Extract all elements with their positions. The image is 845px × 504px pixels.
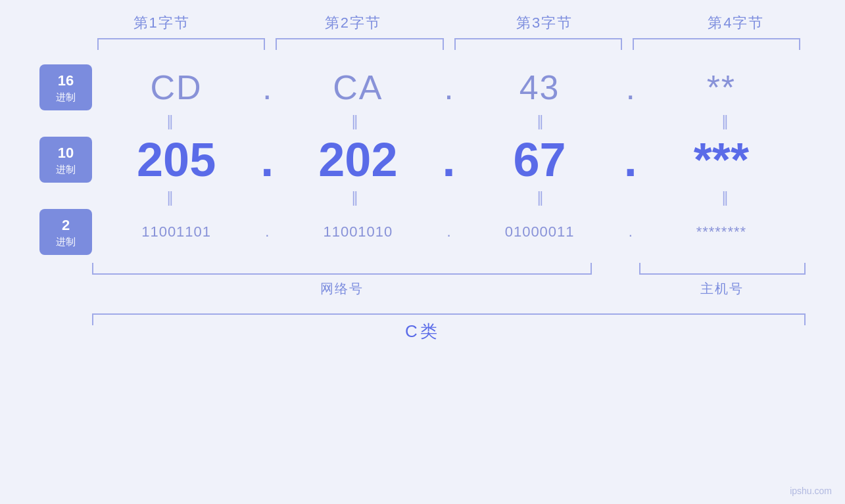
bin-values: 11001101 . 11001010 . 01000011 . *******… [92,223,806,241]
class-bracket-right [804,313,806,325]
equals-1: ‖ [92,113,251,130]
hex-byte-3: 43 [462,68,617,107]
byte-labels-row: 第1字节 第2字节 第3字节 第4字节 [66,13,832,33]
hex-byte-1: CD [99,68,254,107]
equals-dot-2 [436,113,462,130]
equals-8: ‖ [647,189,806,206]
bin-row: 2 进制 11001101 . 11001010 . 01000011 . **… [39,209,806,255]
equals-5: ‖ [92,189,251,206]
dec-byte-2: 202 [280,133,435,187]
equals-6: ‖ [277,189,435,206]
byte-label-4: 第4字节 [640,13,832,33]
network-bracket [92,262,592,275]
bin-byte-4: ******** [644,223,799,241]
dec-byte-3: 67 [462,133,617,187]
bin-byte-3: 01000011 [462,223,617,241]
hex-row: 16 进制 CD . CA . 43 . ** [39,64,806,110]
equals-3: ‖ [462,113,621,130]
top-brackets [92,38,806,51]
dec-dot-1: . [254,133,280,187]
bracket-byte-2 [276,38,443,51]
bin-dot-3: . [617,223,644,241]
label-dot-spacer [602,280,629,298]
hex-dot-1: . [254,68,280,107]
class-label: C类 [405,320,440,343]
network-host-labels: 网络号 主机号 [92,280,806,298]
bin-byte-2: 11001010 [280,223,435,241]
equals-7: ‖ [462,189,621,206]
bottom-bracket-area: 网络号 主机号 [92,262,806,298]
equals-dot-3 [621,113,647,130]
hex-dot-3: . [617,68,644,107]
equals-row-1: ‖ ‖ ‖ ‖ [39,113,806,130]
bin-dot-1: . [254,223,280,241]
bracket-byte-3 [454,38,622,51]
byte-label-3: 第3字节 [449,13,640,33]
host-bracket [639,262,806,275]
dec-byte-1: 205 [99,133,254,187]
dec-row: 10 进制 205 . 202 . 67 . *** [39,133,806,187]
bracket-byte-1 [97,38,265,51]
network-label: 网络号 [92,280,592,298]
hex-byte-4: ** [644,68,799,107]
bracket-dot-spacer [602,262,629,275]
class-bracket-left [92,313,93,325]
dec-byte-4: *** [644,133,799,187]
byte-label-2: 第2字节 [257,13,448,33]
host-label: 主机号 [639,280,806,298]
dec-values: 205 . 202 . 67 . *** [92,133,806,187]
equals-2: ‖ [277,113,435,130]
hex-values: CD . CA . 43 . ** [92,68,806,107]
watermark: ipshu.com [790,486,832,496]
dec-dot-3: . [617,133,644,187]
bracket-byte-4 [633,38,800,51]
dec-dot-2: . [436,133,462,187]
equals-dot-6 [621,189,647,206]
class-bracket-area [92,313,806,315]
bin-byte-1: 11001101 [99,223,254,241]
bin-label: 2 进制 [39,209,92,255]
class-bracket-line [92,313,806,315]
hex-label: 16 进制 [39,64,92,110]
equals-row-2: ‖ ‖ ‖ ‖ [39,189,806,206]
hex-byte-2: CA [280,68,435,107]
dec-label: 10 进制 [39,137,92,183]
byte-label-1: 第1字节 [66,13,257,33]
equals-4: ‖ [647,113,806,130]
bin-dot-2: . [436,223,462,241]
equals-dot-4 [251,189,277,206]
main-container: 第1字节 第2字节 第3字节 第4字节 16 进制 [0,0,845,504]
hex-dot-2: . [436,68,462,107]
equals-dot-1 [251,113,277,130]
equals-dot-5 [436,189,462,206]
